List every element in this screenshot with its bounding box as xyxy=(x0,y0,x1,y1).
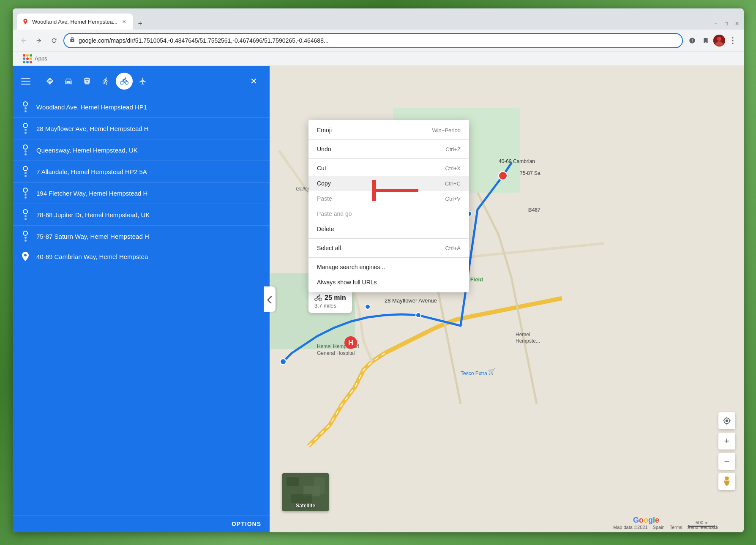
context-menu-delete[interactable]: Delete xyxy=(308,221,469,237)
ctx-emoji-shortcut: Win+Period xyxy=(432,127,461,134)
ctx-paste-go-label: Paste and go xyxy=(317,210,352,217)
tab-close-button[interactable]: ✕ xyxy=(121,18,128,25)
stop-circle-5 xyxy=(23,188,28,193)
stop-dot-5b xyxy=(25,196,27,199)
context-menu-undo[interactable]: Undo Ctrl+Z xyxy=(308,142,469,157)
forward-button[interactable] xyxy=(33,35,45,46)
svg-point-37 xyxy=(725,477,729,480)
svg-point-1 xyxy=(717,37,721,41)
map-footer-links: Map data ©2021 Spain Terms Send feedback xyxy=(613,525,718,530)
svg-text:B487: B487 xyxy=(528,207,540,213)
lock-icon xyxy=(69,37,75,44)
stop-name-7: 75-87 Saturn Way, Hemel Hempstead H xyxy=(36,233,261,240)
ctx-undo-label: Undo xyxy=(317,146,331,153)
minimize-button[interactable]: − xyxy=(713,21,718,26)
svg-text:Tesco Extra: Tesco Extra xyxy=(461,371,487,376)
stop-dot-2b xyxy=(25,132,27,134)
ctx-copy-shortcut: Ctrl+C xyxy=(445,180,461,187)
toolbar-right xyxy=(686,35,739,46)
context-menu-search-engines[interactable]: Manage search engines... xyxy=(308,259,469,275)
context-menu-show-urls[interactable]: Always show full URLs xyxy=(308,275,469,290)
address-bar[interactable]: google.com/maps/dir/51.7510054,-0.484764… xyxy=(63,33,683,48)
svg-text:Hemel: Hemel xyxy=(516,332,530,338)
stop-dot-1b xyxy=(25,110,27,112)
hamburger-line-3 xyxy=(21,84,30,84)
map-data-link[interactable]: Map data ©2021 xyxy=(613,525,648,530)
my-location-button[interactable] xyxy=(718,412,735,429)
ctx-cut-shortcut: Ctrl+X xyxy=(445,165,461,172)
menu-button[interactable] xyxy=(727,35,739,46)
hamburger-menu[interactable] xyxy=(21,74,36,89)
route-stop-6: 78-68 Jupiter Dr, Hemel Hempstead, UK xyxy=(13,204,270,226)
apps-grid-icon xyxy=(23,54,32,63)
svg-rect-33 xyxy=(287,477,299,486)
collapse-panel-button[interactable] xyxy=(264,286,276,312)
satellite-label: Satellite xyxy=(296,503,315,509)
send-feedback-link[interactable]: Send feedback xyxy=(688,525,718,530)
walk-mode-button[interactable] xyxy=(97,73,114,90)
stop-icon-6 xyxy=(21,209,30,220)
panel-header: ✕ xyxy=(13,66,270,93)
stop-icon-5 xyxy=(21,188,30,199)
maximize-button[interactable]: □ xyxy=(723,21,729,26)
spain-link[interactable]: Spain xyxy=(653,525,665,530)
svg-text:28 Mayflower Avenue: 28 Mayflower Avenue xyxy=(385,297,437,304)
bookmark-button[interactable] xyxy=(700,35,712,46)
stop-dot-3a xyxy=(25,150,27,153)
svg-point-3 xyxy=(732,40,733,41)
options-button[interactable]: OPTIONS xyxy=(232,520,261,527)
svg-text:75-87 Sa: 75-87 Sa xyxy=(520,170,540,176)
bike-mode-button[interactable] xyxy=(116,73,133,90)
context-menu-emoji[interactable]: Emoji Win+Period xyxy=(308,123,469,138)
svg-point-4 xyxy=(732,42,733,44)
back-button[interactable] xyxy=(18,35,30,46)
tab-title: Woodland Ave, Hemel Hempstea... xyxy=(32,19,117,25)
terms-link[interactable]: Terms xyxy=(670,525,682,530)
ctx-divider-1 xyxy=(308,139,469,140)
stop-circle-2 xyxy=(23,123,28,128)
apps-bookmark[interactable]: Apps xyxy=(19,52,51,65)
ctx-undo-shortcut: Ctrl+Z xyxy=(445,146,461,153)
context-menu-cut[interactable]: Cut Ctrl+X xyxy=(308,161,469,176)
svg-point-10 xyxy=(416,313,421,318)
svg-rect-36 xyxy=(314,477,325,494)
ctx-copy-label: Copy xyxy=(317,180,331,187)
svg-point-12 xyxy=(500,173,505,178)
new-tab-button[interactable]: + xyxy=(134,18,146,30)
main-content: Galley H B487 Keens Field 28 Mayflower A… xyxy=(13,66,744,532)
ctx-select-all-shortcut: Ctrl+A xyxy=(445,245,461,251)
active-tab[interactable]: Woodland Ave, Hemel Hempstea... ✕ xyxy=(17,14,133,30)
stop-dot-5a xyxy=(25,193,27,196)
ctx-divider-3 xyxy=(308,238,469,239)
route-stop-1: Woodland Ave, Hemel Hempstead HP1 xyxy=(13,96,270,118)
profile-avatar[interactable] xyxy=(713,35,725,46)
ctx-divider-2 xyxy=(308,158,469,159)
hamburger-line-2 xyxy=(21,81,30,82)
context-menu-select-all[interactable]: Select all Ctrl+A xyxy=(308,240,469,256)
directions-panel: ✕ Woodland Ave, Hemel Hempstead HP1 xyxy=(13,66,270,532)
route-stop-3: Queensway, Hemel Hempstead, UK xyxy=(13,139,270,161)
zoom-in-button[interactable]: + xyxy=(718,433,735,450)
svg-point-9 xyxy=(365,304,370,309)
reload-button[interactable] xyxy=(48,35,60,46)
extensions-button[interactable] xyxy=(686,35,698,46)
context-menu: Emoji Win+Period Undo Ctrl+Z Cut Ctrl+X … xyxy=(308,120,469,292)
zoom-out-button[interactable]: − xyxy=(718,453,735,470)
svg-point-13 xyxy=(499,172,507,180)
car-mode-button[interactable] xyxy=(60,73,77,90)
flight-mode-button[interactable] xyxy=(134,73,151,90)
satellite-thumbnail[interactable]: Satellite xyxy=(282,473,329,511)
close-panel-button[interactable]: ✕ xyxy=(246,74,261,89)
ctx-show-urls-label: Always show full URLs xyxy=(317,279,377,286)
directions-mode-button[interactable] xyxy=(41,73,58,90)
close-button[interactable]: ✕ xyxy=(734,21,740,26)
stop-dot-3b xyxy=(25,153,27,155)
stop-dot-6a xyxy=(25,215,27,217)
street-view-button[interactable] xyxy=(718,473,735,490)
browser-window: Woodland Ave, Hemel Hempstea... ✕ + − □ … xyxy=(13,8,744,532)
transit-mode-button[interactable] xyxy=(79,73,96,90)
svg-rect-35 xyxy=(291,494,312,503)
stop-circle-6 xyxy=(23,209,28,214)
svg-text:🛒: 🛒 xyxy=(488,368,496,375)
panel-footer: OPTIONS xyxy=(13,515,270,532)
